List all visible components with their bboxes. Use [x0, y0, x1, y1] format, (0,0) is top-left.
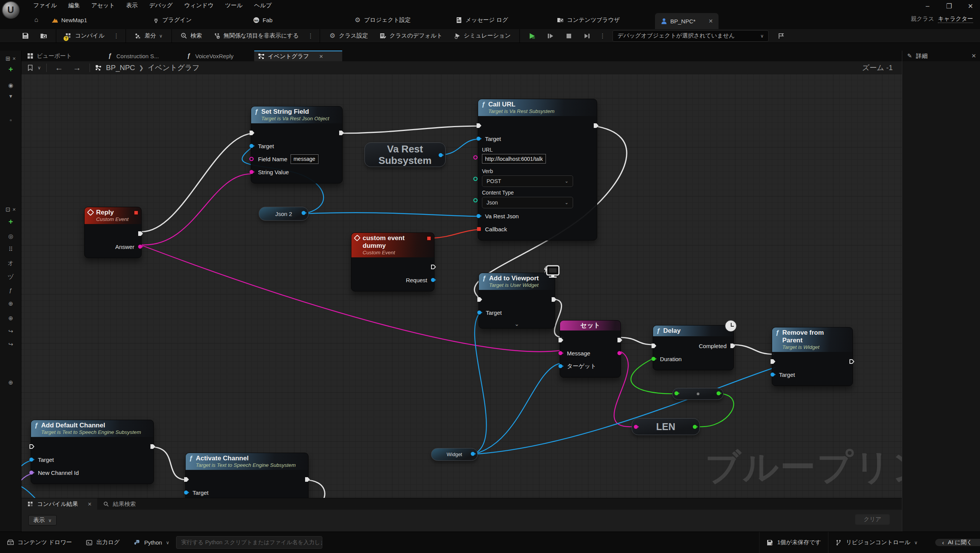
menu-6[interactable]: ツール: [219, 2, 248, 9]
pin-string[interactable]: [558, 350, 564, 356]
node-header[interactable]: custom event dummyCustom Event: [351, 233, 434, 257]
pin-float[interactable]: [716, 390, 722, 396]
add-variable-button[interactable]: +: [0, 216, 21, 227]
pin-text-input[interactable]: http://localhost:6001/talk: [482, 154, 546, 164]
pin-dropdown[interactable]: Json⌄: [482, 197, 573, 208]
frame-skip-button[interactable]: [542, 30, 559, 42]
pin-object[interactable]: [477, 309, 483, 316]
pin-object[interactable]: [301, 210, 307, 216]
pin-name[interactable]: [29, 470, 35, 476]
delegate-pin[interactable]: [426, 236, 431, 241]
pin-exec[interactable]: [849, 358, 855, 365]
home-button[interactable]: ⌂: [33, 11, 40, 29]
pin-text-input[interactable]: message: [291, 154, 318, 164]
node-custom-event-dummy[interactable]: custom event dummyCustom EventRequest: [351, 232, 434, 291]
add-macro-button[interactable]: ⊕: [0, 312, 21, 324]
python-command-button[interactable]: Python∨: [127, 532, 176, 553]
pin-float[interactable]: [692, 424, 698, 430]
node-remove-from-parent[interactable]: ƒRemove from ParentTarget is WidgetTarge…: [772, 327, 853, 386]
add-dispatcher-button[interactable]: ⊕: [0, 377, 21, 388]
tab-bp-npc[interactable]: BP_NPC*✕: [655, 13, 719, 29]
node-header[interactable]: ƒSet String FieldTarget is Va Rest Json …: [251, 106, 342, 123]
node-add-default-channel[interactable]: ƒAdd Default ChannelTarget is Text to Sp…: [31, 420, 154, 484]
node-header[interactable]: ƒAdd Default ChannelTarget is Text to Sp…: [31, 420, 154, 437]
breadcrumb-root[interactable]: BP_NPC: [106, 64, 135, 72]
bookmark-caret-icon[interactable]: ∨: [38, 65, 41, 70]
pin-object[interactable]: [558, 363, 564, 369]
node-reroute[interactable]: [672, 388, 724, 400]
compile-options-button[interactable]: ⋮: [111, 32, 122, 39]
section-o-icon[interactable]: オ: [0, 257, 21, 269]
pin-object[interactable]: [430, 277, 436, 283]
node-va-rest-subsystem[interactable]: Va RestSubsystem: [364, 142, 446, 167]
compile-button[interactable]: ?コンパイル: [60, 30, 109, 42]
pin-exec[interactable]: [558, 337, 564, 343]
menu-0[interactable]: ファイル: [28, 2, 62, 9]
menu-2[interactable]: アセット: [85, 2, 120, 9]
graphs-section-icon[interactable]: ◎: [0, 231, 21, 242]
class-settings-button[interactable]: ⚙クラス設定: [324, 30, 373, 42]
pin-exec[interactable]: [304, 476, 310, 483]
nodes-section-icon[interactable]: ⠿: [0, 244, 21, 255]
node-reply[interactable]: ReplyCustom EventAnswer: [84, 207, 142, 258]
pin-exec[interactable]: [137, 231, 144, 237]
clear-button[interactable]: クリア: [855, 514, 890, 525]
tab-viewport[interactable]: ビューポート: [23, 51, 98, 61]
pin-exec[interactable]: [249, 130, 255, 136]
node-delay[interactable]: ƒDelayCompletedDuration: [653, 325, 734, 370]
output-log-button[interactable]: 出力ログ: [79, 532, 127, 553]
pin-int[interactable]: [473, 176, 479, 182]
pin-object[interactable]: [476, 213, 482, 219]
tab-newmap1[interactable]: NewMap1: [51, 11, 87, 29]
pin-delegate[interactable]: [476, 226, 482, 232]
pin-exec[interactable]: [770, 358, 776, 365]
pin-exec[interactable]: [430, 264, 436, 270]
play-button[interactable]: [524, 30, 541, 42]
ask-ai-button[interactable]: ‹AI に聞く: [935, 539, 980, 546]
debug-filter-button[interactable]: [773, 30, 790, 42]
tab-event-graph[interactable]: イベントグラフ✕: [254, 51, 342, 61]
pin-string[interactable]: [137, 244, 144, 250]
tab-compile-results[interactable]: コンパイル結果 ✕: [21, 498, 97, 510]
pin-exec[interactable]: [338, 130, 345, 136]
event-graph-canvas[interactable]: ブループリント ReplyCustom EventAnswerƒSet Stri…: [21, 61, 902, 498]
browse-button[interactable]: [35, 30, 52, 42]
tab-content-browser[interactable]: コンテンツブラウザ: [557, 11, 620, 29]
pin-string[interactable]: [249, 169, 255, 175]
details-close-icon[interactable]: ✕: [971, 52, 976, 59]
minimize-button[interactable]: –: [923, 2, 932, 10]
pin-string[interactable]: [249, 156, 255, 162]
compile-results-close-icon[interactable]: ✕: [88, 501, 92, 507]
node-activate-channel[interactable]: ƒActivate ChannelTarget is Text to Speec…: [185, 453, 309, 498]
hide-unrelated-button[interactable]: 無関係な項目を非表示にする: [209, 30, 304, 42]
functions-section-icon[interactable]: ƒ: [0, 284, 21, 296]
menu-5[interactable]: ウィンドウ: [178, 2, 219, 9]
hide-unrelated-options-button[interactable]: ⋮: [305, 32, 316, 39]
pin-int[interactable]: [473, 197, 479, 203]
pin-exec[interactable]: [183, 476, 189, 483]
details-panel-title[interactable]: 詳細: [916, 52, 928, 60]
pin-exec[interactable]: [730, 343, 736, 349]
menu-3[interactable]: 表示: [121, 2, 144, 9]
pin-exec[interactable]: [593, 123, 599, 129]
nav-forward-button[interactable]: →: [70, 63, 84, 72]
play-options-button[interactable]: ⋮: [597, 32, 608, 39]
pin-float[interactable]: [674, 390, 680, 396]
content-drawer-button[interactable]: コンテンツ ドロワー: [0, 532, 79, 553]
revision-control-button[interactable]: リビジョンコントロール∨: [828, 532, 924, 553]
node-widget[interactable]: Widget: [431, 448, 478, 461]
graph-surface[interactable]: ブループリント ReplyCustom EventAnswerƒSet Stri…: [21, 61, 902, 498]
interface-icon[interactable]: ↪: [0, 326, 21, 337]
close-button[interactable]: ✕: [966, 2, 975, 10]
bookmark-icon[interactable]: [27, 64, 34, 71]
pin-dropdown[interactable]: POST⌄: [482, 175, 573, 187]
maximize-button[interactable]: ❐: [945, 2, 953, 10]
pin-object[interactable]: [438, 152, 444, 158]
palette-panel-icon[interactable]: ⊡✕: [0, 204, 21, 215]
add-function-button[interactable]: ⊕: [0, 298, 21, 309]
tab-message-log[interactable]: メッセージ ログ: [456, 11, 508, 29]
pin-exec[interactable]: [551, 296, 557, 303]
expand-caret-icon[interactable]: ▾: [0, 90, 21, 102]
unsaved-status-button[interactable]: ✲ 1個が未保存です: [759, 532, 828, 553]
show-filter-button[interactable]: 表示∨: [28, 515, 57, 525]
